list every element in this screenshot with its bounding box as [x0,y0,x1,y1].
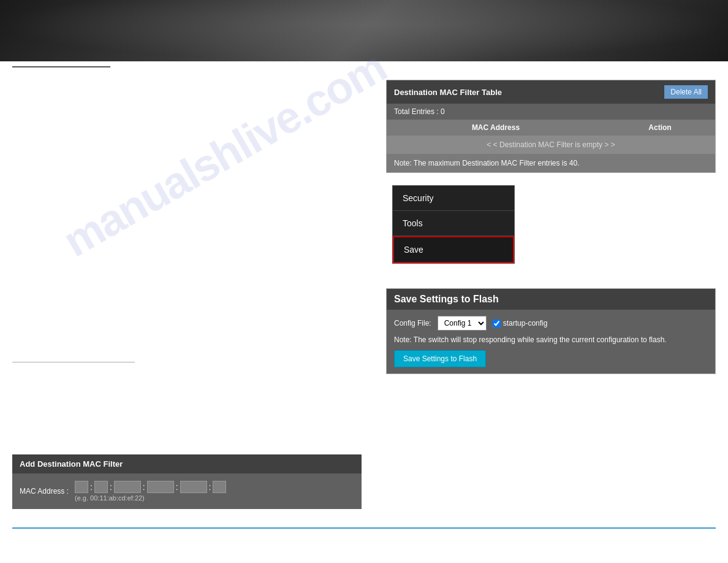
add-mac-filter-title: Add Destination MAC Filter [12,454,362,473]
save-settings-section: Save Settings to Flash Config File: Conf… [386,288,716,374]
config-file-row: Config File: Config 1 Config 2 startup-c… [394,316,708,331]
mac-inputs: : : : : : [75,481,226,493]
table-note: Note: The maximum Destination MAC Filter… [387,154,715,172]
mac-sep-3: : [143,482,145,492]
total-entries: Total Entries : 0 [387,104,715,120]
mac-sep-1: : [90,482,93,492]
save-note: Note: The switch will stop responding wh… [394,335,708,344]
nav-item-tools[interactable]: Tools [393,211,514,236]
add-mac-filter-section: Add Destination MAC Filter MAC Address :… [12,454,362,509]
startup-config-check: startup-config [493,319,548,327]
mac-example: (e.g. 00:11:ab:cd:ef:22) [75,494,226,502]
delete-all-button[interactable]: Delete All [664,85,708,99]
mac-octet-1[interactable] [75,481,88,493]
nav-item-save[interactable]: Save [393,236,514,263]
config-file-select[interactable]: Config 1 Config 2 [438,316,487,331]
mac-octet-3[interactable] [114,481,141,493]
header-banner [0,0,728,61]
right-column: Destination MAC Filter Table Delete All … [386,80,716,509]
mac-sep-4: : [176,482,178,492]
left-column: manualshlive.com Add Destination MAC Fil… [12,80,374,509]
mid-separator [12,362,135,362]
save-settings-body: Config File: Config 1 Config 2 startup-c… [387,310,715,373]
nav-menu-area: Security Tools Save [386,185,716,264]
mac-filter-table: Destination MAC Filter Table Delete All … [386,80,716,173]
mac-sep-5: : [209,482,211,492]
main-content: manualshlive.com Add Destination MAC Fil… [0,74,728,515]
startup-config-checkbox[interactable] [493,320,501,327]
mac-address-label: MAC Address : [20,487,69,496]
table-empty-message: < < Destination MAC Filter is empty > > [387,136,715,154]
col-action: Action [605,120,715,136]
table-columns: MAC Address Action [387,120,715,136]
watermark: manualshlive.com [55,41,394,266]
startup-config-label: startup-config [503,319,548,327]
mac-octet-2[interactable] [94,481,108,493]
nav-item-security[interactable]: Security [393,186,514,211]
mac-octet-5[interactable] [180,481,207,493]
nav-menu: Security Tools Save [392,185,515,264]
mac-filter-table-header: Destination MAC Filter Table Delete All [387,80,715,104]
mac-sep-2: : [110,482,112,492]
col-mac-address: MAC Address [387,120,605,136]
save-flash-button[interactable]: Save Settings to Flash [394,350,486,367]
add-mac-filter-body: MAC Address : : : : : : [12,473,362,509]
bottom-separator [12,527,716,529]
mac-octet-6[interactable] [213,481,226,493]
mac-octet-4[interactable] [147,481,174,493]
config-file-label: Config File: [394,319,431,327]
mac-field-wrapper: : : : : : (e.g. 00:11:ab:cd:ef:22) [75,481,226,502]
save-settings-title: Save Settings to Flash [387,289,715,310]
mac-filter-table-title: Destination MAC Filter Table [394,88,502,97]
top-separator [12,66,110,67]
